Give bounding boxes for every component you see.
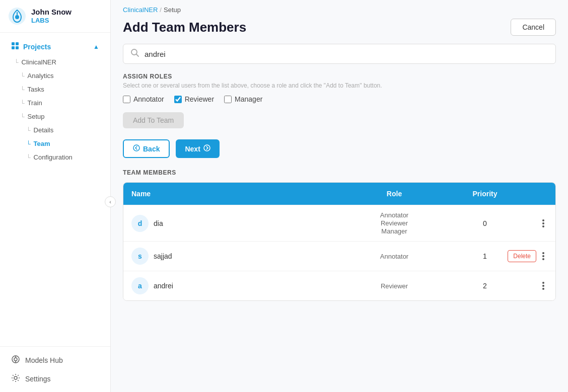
sidebar-item-clinicalner[interactable]: ClinicalNER bbox=[0, 55, 110, 69]
train-label: Train bbox=[28, 99, 42, 107]
back-button[interactable]: Back bbox=[123, 139, 170, 158]
tasks-label: Tasks bbox=[28, 86, 44, 93]
roles-cell-andrei: Reviewer bbox=[344, 276, 445, 296]
breadcrumb-project-link[interactable]: ClinicalNER bbox=[123, 6, 158, 14]
sidebar-item-analytics[interactable]: Analytics bbox=[0, 69, 110, 83]
sidebar-item-team[interactable]: └ Team bbox=[0, 137, 110, 150]
col-priority: Priority bbox=[445, 183, 525, 205]
content-body: ASSIGN ROLES Select one or several users… bbox=[111, 44, 568, 313]
next-label: Next bbox=[185, 145, 200, 153]
svg-point-1 bbox=[15, 15, 19, 19]
models-hub-icon bbox=[11, 355, 20, 365]
main-content: ClinicalNER / Setup Add Team Members Can… bbox=[111, 0, 568, 392]
reviewer-checkbox[interactable] bbox=[174, 96, 182, 103]
configuration-label: Configuration bbox=[34, 153, 73, 161]
annotator-checkbox-label: Annotator bbox=[123, 95, 164, 103]
dot1 bbox=[542, 282, 544, 284]
sidebar-item-tasks[interactable]: Tasks bbox=[0, 83, 110, 96]
settings-item[interactable]: Settings bbox=[3, 369, 107, 388]
next-icon bbox=[203, 144, 210, 153]
dot2 bbox=[542, 255, 544, 257]
svg-rect-6 bbox=[16, 46, 19, 49]
dot2 bbox=[542, 285, 544, 287]
delete-button-sajjad[interactable]: Delete bbox=[508, 250, 536, 262]
content-header: Add Team Members Cancel bbox=[111, 14, 568, 44]
member-name-andrei: andrei bbox=[154, 282, 173, 290]
page-title: Add Team Members bbox=[123, 20, 246, 35]
dot1 bbox=[542, 219, 544, 221]
sidebar-item-setup[interactable]: Setup bbox=[0, 110, 110, 123]
back-icon bbox=[133, 144, 140, 153]
member-name-dia: dia bbox=[154, 219, 163, 227]
assign-roles-label: ASSIGN ROLES bbox=[123, 73, 556, 80]
sidebar-item-details[interactable]: └ Details bbox=[0, 123, 110, 137]
sidebar-nav: Projects ▲ ClinicalNER Analytics Tasks T… bbox=[0, 33, 110, 346]
projects-nav-item[interactable]: Projects ▲ bbox=[3, 38, 107, 55]
add-to-team-button[interactable]: Add To Team bbox=[123, 112, 184, 128]
annotator-label: Annotator bbox=[133, 95, 164, 103]
chevron-up-icon: ▲ bbox=[93, 43, 99, 50]
models-hub-label: Models Hub bbox=[25, 356, 63, 364]
assign-roles-section: ASSIGN ROLES Select one or several users… bbox=[123, 73, 556, 139]
dot1 bbox=[542, 252, 544, 254]
table-header: Name Role Priority bbox=[123, 183, 555, 205]
sidebar-collapse-button[interactable]: ‹ bbox=[105, 196, 116, 207]
analytics-label: Analytics bbox=[28, 72, 54, 80]
sidebar: John Snow LABS Projects ▲ bbox=[0, 0, 111, 392]
priority-cell-andrei: 2 bbox=[445, 276, 525, 296]
search-input[interactable] bbox=[145, 50, 548, 58]
menu-button-andrei[interactable] bbox=[539, 281, 547, 291]
search-icon bbox=[130, 48, 139, 59]
dot3 bbox=[542, 225, 544, 227]
member-cell-andrei: a andrei bbox=[123, 271, 344, 300]
sidebar-item-configuration[interactable]: └ Configuration bbox=[0, 150, 110, 164]
projects-label: Projects bbox=[23, 43, 51, 51]
annotator-checkbox[interactable] bbox=[123, 96, 130, 103]
svg-line-13 bbox=[136, 54, 139, 57]
action-cell-sajjad: Delete bbox=[525, 244, 555, 268]
svg-point-11 bbox=[14, 376, 17, 379]
member-cell-dia: d dia bbox=[123, 209, 344, 238]
roles-cell-sajjad: Annotator bbox=[344, 247, 445, 266]
next-button[interactable]: Next bbox=[176, 139, 219, 158]
svg-point-8 bbox=[14, 358, 17, 361]
reviewer-label: Reviewer bbox=[185, 95, 214, 103]
table-row: s sajjad Annotator 1 Delete bbox=[123, 241, 555, 271]
projects-section: Projects ▲ ClinicalNER Analytics Tasks T… bbox=[0, 38, 110, 164]
details-label: Details bbox=[34, 126, 54, 134]
menu-button-sajjad[interactable] bbox=[539, 251, 547, 261]
models-hub-item[interactable]: Models Hub bbox=[3, 351, 107, 369]
reviewer-checkbox-label: Reviewer bbox=[174, 95, 214, 103]
breadcrumb-current: Setup bbox=[164, 6, 181, 14]
manager-checkbox[interactable] bbox=[224, 96, 232, 103]
roles-row: Annotator Reviewer Manager bbox=[123, 95, 556, 103]
action-cell-dia bbox=[525, 212, 555, 234]
col-actions bbox=[525, 183, 555, 205]
grid-icon bbox=[11, 42, 19, 51]
member-name-sajjad: sajjad bbox=[154, 252, 172, 260]
menu-button-dia[interactable] bbox=[539, 218, 547, 228]
avatar-dia: d bbox=[131, 215, 149, 232]
logo-labs: LABS bbox=[31, 17, 72, 25]
avatar-sajjad: s bbox=[131, 248, 149, 265]
table-row: d dia Annotator Reviewer Manager 0 bbox=[123, 205, 555, 241]
sidebar-item-train[interactable]: Train bbox=[0, 96, 110, 110]
dot3 bbox=[542, 258, 544, 260]
breadcrumb: ClinicalNER / Setup bbox=[111, 0, 568, 14]
cancel-button[interactable]: Cancel bbox=[511, 19, 556, 36]
dot2 bbox=[542, 222, 544, 224]
dot3 bbox=[542, 288, 544, 290]
breadcrumb-separator: / bbox=[160, 6, 162, 14]
members-table: Name Role Priority d dia Annotator Revie… bbox=[123, 182, 556, 301]
gear-icon bbox=[11, 373, 20, 384]
sidebar-bottom: Models Hub Settings bbox=[0, 346, 110, 392]
team-members-section-label: TEAM MEMBERS bbox=[123, 169, 556, 176]
setup-label: Setup bbox=[28, 113, 45, 120]
clinicalner-label: ClinicalNER bbox=[22, 58, 56, 66]
manager-label: Manager bbox=[235, 95, 262, 103]
svg-rect-4 bbox=[16, 42, 19, 45]
logo-area: John Snow LABS bbox=[0, 0, 110, 33]
manager-checkbox-label: Manager bbox=[224, 95, 262, 103]
svg-point-15 bbox=[204, 145, 210, 151]
svg-point-14 bbox=[133, 145, 139, 151]
